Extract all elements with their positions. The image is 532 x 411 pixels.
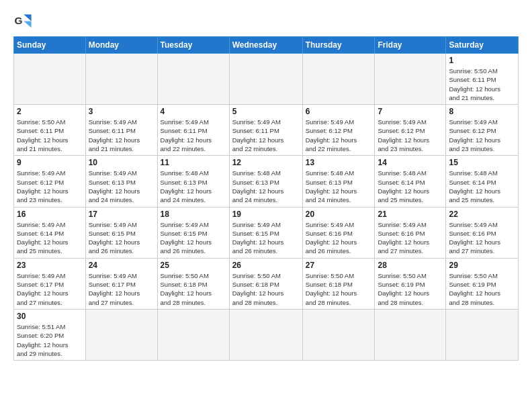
- day-info: Sunrise: 5:49 AM Sunset: 6:13 PM Dayligh…: [89, 169, 154, 204]
- day-info: Sunrise: 5:49 AM Sunset: 6:16 PM Dayligh…: [449, 220, 515, 256]
- day-info: Sunrise: 5:49 AM Sunset: 6:16 PM Dayligh…: [378, 220, 443, 256]
- calendar-cell: [85, 54, 157, 105]
- calendar-cell: 23Sunrise: 5:49 AM Sunset: 6:17 PM Dayli…: [14, 258, 86, 309]
- calendar-cell: 8Sunrise: 5:49 AM Sunset: 6:12 PM Daylig…: [446, 105, 519, 156]
- calendar-cell: [302, 54, 375, 105]
- day-info: Sunrise: 5:49 AM Sunset: 6:15 PM Dayligh…: [161, 220, 226, 256]
- day-info: Sunrise: 5:49 AM Sunset: 6:12 PM Dayligh…: [17, 169, 83, 204]
- weekday-header-tuesday: Tuesday: [157, 37, 229, 54]
- day-info: Sunrise: 5:50 AM Sunset: 6:11 PM Dayligh…: [17, 118, 83, 153]
- logo-icon: G: [13, 11, 32, 30]
- logo: G: [13, 11, 35, 30]
- day-info: Sunrise: 5:50 AM Sunset: 6:18 PM Dayligh…: [161, 271, 226, 307]
- calendar-cell: 3Sunrise: 5:49 AM Sunset: 6:11 PM Daylig…: [85, 105, 157, 156]
- calendar-cell: 21Sunrise: 5:49 AM Sunset: 6:16 PM Dayli…: [375, 207, 446, 258]
- weekday-header-saturday: Saturday: [446, 37, 519, 54]
- day-number: 10: [89, 158, 154, 167]
- calendar-cell: 17Sunrise: 5:49 AM Sunset: 6:15 PM Dayli…: [85, 207, 157, 258]
- calendar-cell: 19Sunrise: 5:49 AM Sunset: 6:15 PM Dayli…: [229, 207, 302, 258]
- day-info: Sunrise: 5:50 AM Sunset: 6:18 PM Dayligh…: [232, 271, 300, 307]
- day-number: 1: [449, 56, 515, 65]
- day-info: Sunrise: 5:48 AM Sunset: 6:14 PM Dayligh…: [449, 169, 515, 204]
- calendar-table: SundayMondayTuesdayWednesdayThursdayFrid…: [13, 36, 519, 361]
- day-info: Sunrise: 5:50 AM Sunset: 6:19 PM Dayligh…: [378, 271, 443, 307]
- day-number: 20: [306, 210, 372, 219]
- calendar-cell: 5Sunrise: 5:49 AM Sunset: 6:11 PM Daylig…: [229, 105, 302, 156]
- calendar-cell: 2Sunrise: 5:50 AM Sunset: 6:11 PM Daylig…: [14, 105, 86, 156]
- day-info: Sunrise: 5:49 AM Sunset: 6:12 PM Dayligh…: [306, 118, 372, 153]
- day-info: Sunrise: 5:48 AM Sunset: 6:14 PM Dayligh…: [378, 169, 443, 204]
- day-info: Sunrise: 5:49 AM Sunset: 6:12 PM Dayligh…: [378, 118, 443, 153]
- week-row-1: 2Sunrise: 5:50 AM Sunset: 6:11 PM Daylig…: [14, 105, 519, 156]
- weekday-header-monday: Monday: [85, 37, 157, 54]
- day-info: Sunrise: 5:51 AM Sunset: 6:20 PM Dayligh…: [17, 322, 83, 358]
- day-number: 4: [161, 107, 226, 116]
- calendar-cell: [157, 309, 229, 360]
- week-row-3: 16Sunrise: 5:49 AM Sunset: 6:14 PM Dayli…: [14, 207, 519, 258]
- day-number: 13: [306, 158, 372, 167]
- calendar-cell: [375, 309, 446, 360]
- calendar-cell: 11Sunrise: 5:48 AM Sunset: 6:13 PM Dayli…: [157, 156, 229, 207]
- day-number: 24: [89, 261, 154, 270]
- day-number: 17: [89, 210, 154, 219]
- day-number: 16: [17, 210, 83, 219]
- weekday-header-sunday: Sunday: [14, 37, 86, 54]
- day-info: Sunrise: 5:49 AM Sunset: 6:15 PM Dayligh…: [89, 220, 154, 256]
- weekday-header-thursday: Thursday: [302, 37, 375, 54]
- calendar-cell: 24Sunrise: 5:49 AM Sunset: 6:17 PM Dayli…: [85, 258, 157, 309]
- day-info: Sunrise: 5:49 AM Sunset: 6:17 PM Dayligh…: [17, 271, 83, 307]
- day-number: 12: [232, 158, 300, 167]
- day-number: 27: [306, 261, 372, 270]
- header: G: [13, 11, 519, 30]
- day-number: 9: [17, 158, 83, 167]
- day-number: 11: [161, 158, 226, 167]
- day-info: Sunrise: 5:50 AM Sunset: 6:18 PM Dayligh…: [306, 271, 372, 307]
- calendar-cell: 20Sunrise: 5:49 AM Sunset: 6:16 PM Dayli…: [302, 207, 375, 258]
- calendar-cell: 7Sunrise: 5:49 AM Sunset: 6:12 PM Daylig…: [375, 105, 446, 156]
- day-number: 22: [449, 210, 515, 219]
- page: G SundayMondayTuesdayWednesdayThursdayFr…: [0, 0, 532, 411]
- calendar-cell: 9Sunrise: 5:49 AM Sunset: 6:12 PM Daylig…: [14, 156, 86, 207]
- day-info: Sunrise: 5:49 AM Sunset: 6:11 PM Dayligh…: [161, 118, 226, 153]
- week-row-5: 30Sunrise: 5:51 AM Sunset: 6:20 PM Dayli…: [14, 309, 519, 360]
- calendar-cell: 27Sunrise: 5:50 AM Sunset: 6:18 PM Dayli…: [302, 258, 375, 309]
- calendar-cell: 1Sunrise: 5:50 AM Sunset: 6:11 PM Daylig…: [446, 54, 519, 105]
- calendar-cell: 6Sunrise: 5:49 AM Sunset: 6:12 PM Daylig…: [302, 105, 375, 156]
- day-info: Sunrise: 5:49 AM Sunset: 6:14 PM Dayligh…: [17, 220, 83, 256]
- day-number: 30: [17, 312, 83, 321]
- day-number: 23: [17, 261, 83, 270]
- calendar-cell: [375, 54, 446, 105]
- calendar-cell: [229, 54, 302, 105]
- calendar-cell: 26Sunrise: 5:50 AM Sunset: 6:18 PM Dayli…: [229, 258, 302, 309]
- day-number: 3: [89, 107, 154, 116]
- svg-marker-2: [24, 21, 31, 28]
- day-number: 25: [161, 261, 226, 270]
- weekday-header-wednesday: Wednesday: [229, 37, 302, 54]
- week-row-4: 23Sunrise: 5:49 AM Sunset: 6:17 PM Dayli…: [14, 258, 519, 309]
- day-number: 29: [449, 261, 515, 270]
- calendar-cell: 22Sunrise: 5:49 AM Sunset: 6:16 PM Dayli…: [446, 207, 519, 258]
- calendar-cell: 18Sunrise: 5:49 AM Sunset: 6:15 PM Dayli…: [157, 207, 229, 258]
- calendar-cell: [302, 309, 375, 360]
- day-info: Sunrise: 5:49 AM Sunset: 6:17 PM Dayligh…: [89, 271, 154, 307]
- calendar-cell: 13Sunrise: 5:48 AM Sunset: 6:13 PM Dayli…: [302, 156, 375, 207]
- calendar-cell: [14, 54, 86, 105]
- calendar-cell: 15Sunrise: 5:48 AM Sunset: 6:14 PM Dayli…: [446, 156, 519, 207]
- day-number: 18: [161, 210, 226, 219]
- day-info: Sunrise: 5:49 AM Sunset: 6:16 PM Dayligh…: [306, 220, 372, 256]
- calendar-cell: 4Sunrise: 5:49 AM Sunset: 6:11 PM Daylig…: [157, 105, 229, 156]
- day-number: 8: [449, 107, 515, 116]
- day-info: Sunrise: 5:48 AM Sunset: 6:13 PM Dayligh…: [306, 169, 372, 204]
- day-info: Sunrise: 5:49 AM Sunset: 6:12 PM Dayligh…: [449, 118, 515, 153]
- calendar-cell: [229, 309, 302, 360]
- day-info: Sunrise: 5:50 AM Sunset: 6:11 PM Dayligh…: [449, 66, 515, 102]
- day-number: 2: [17, 107, 83, 116]
- day-info: Sunrise: 5:48 AM Sunset: 6:13 PM Dayligh…: [161, 169, 226, 204]
- day-number: 28: [378, 261, 443, 270]
- calendar-cell: 30Sunrise: 5:51 AM Sunset: 6:20 PM Dayli…: [14, 309, 86, 360]
- day-info: Sunrise: 5:49 AM Sunset: 6:11 PM Dayligh…: [232, 118, 300, 153]
- calendar-cell: 14Sunrise: 5:48 AM Sunset: 6:14 PM Dayli…: [375, 156, 446, 207]
- weekday-header-friday: Friday: [375, 37, 446, 54]
- week-row-2: 9Sunrise: 5:49 AM Sunset: 6:12 PM Daylig…: [14, 156, 519, 207]
- day-number: 7: [378, 107, 443, 116]
